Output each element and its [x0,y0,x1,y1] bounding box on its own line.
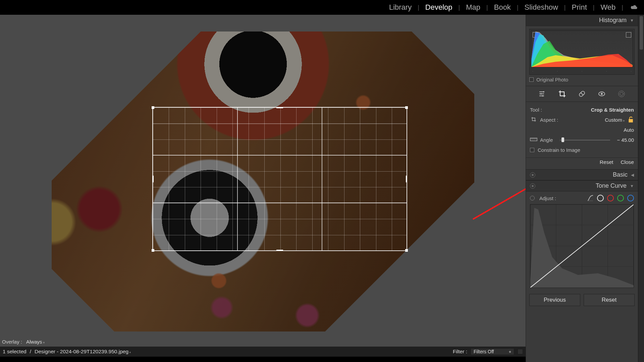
module-print[interactable]: Print [570,3,589,12]
svg-line-0 [473,174,526,219]
histogram[interactable]: ····· [529,29,635,75]
crop-handle-t[interactable] [276,107,283,108]
svg-point-7 [601,93,603,95]
module-library[interactable]: Library [387,3,414,12]
svg-point-1 [543,91,544,93]
basic-visibility-icon[interactable] [530,172,535,178]
histogram-header[interactable]: Histogram ▼ [526,15,638,26]
red-channel-icon[interactable] [607,195,614,201]
module-slideshow[interactable]: Slideshow [523,3,560,12]
crop-handle-r[interactable] [406,176,407,182]
crop-handle-l[interactable] [152,176,154,182]
svg-point-9 [620,92,623,96]
crop-handle-tl[interactable] [152,106,154,109]
tonecurve-visibility-icon[interactable] [530,183,535,189]
filename[interactable]: Designer - 2024-08-29T120239.950.jpeg [35,349,131,355]
chevron-down-icon: ▼ [630,184,634,188]
point-curve-icon[interactable] [597,195,604,201]
overlay-bar: Overlay : Always [0,337,45,347]
histogram-title: Histogram [599,17,627,24]
healing-tool[interactable] [577,89,587,99]
tone-curve-panel: Adjust : [526,191,638,291]
crop-frame-icon[interactable] [530,117,537,123]
tool-close-button[interactable]: Close [621,159,634,166]
crop-tool[interactable] [557,89,567,99]
toolstrip [526,86,638,102]
original-photo-checkbox[interactable] [529,77,534,82]
overlay-mode-dropdown[interactable]: Always [26,339,45,345]
previous-button[interactable]: Previous [529,294,580,306]
module-book[interactable]: Book [492,3,513,12]
auto-straighten-button[interactable]: Auto [624,127,634,133]
crop-panel: Tool : Crop & Straighten Aspect : Custom… [526,102,638,158]
tool-reset-button[interactable]: Reset [600,159,613,166]
aspect-lock-icon[interactable] [628,116,634,123]
module-develop[interactable]: Develop [423,3,454,12]
basic-panel-header[interactable]: Basic ◀ [526,169,638,180]
photo-rotated[interactable] [52,32,474,331]
crop-handle-br[interactable] [405,249,408,252]
crop-overlay[interactable] [152,107,407,251]
svg-point-2 [540,93,542,95]
aspect-dropdown[interactable]: Custom [605,117,625,123]
filmstrip-collapsed[interactable] [0,357,526,362]
redeye-tool[interactable] [597,89,607,99]
svg-point-8 [619,91,625,97]
chevron-left-icon: ◀ [631,173,634,177]
crop-handle-bl[interactable] [152,249,154,252]
tone-curve-graph[interactable] [530,204,634,288]
tool-name: Crop & Straighten [591,107,634,113]
original-photo-label: Original Photo [536,77,568,82]
masking-tool[interactable] [616,89,627,99]
adjust-label: Adjust : [539,195,556,201]
blue-channel-icon[interactable] [627,195,634,201]
annotation-arrow [470,169,526,223]
filter-dropdown[interactable]: Filters Off◆ [471,348,514,355]
right-panel: Histogram ▼ ····· Original Photo [526,15,638,362]
tool-label: Tool : [530,107,542,113]
constrain-checkbox[interactable] [530,148,534,152]
constrain-label: Constrain to Image [538,147,580,153]
svg-line-5 [581,93,583,95]
canvas[interactable]: Overlay : Always 1 selected / Designer -… [0,15,526,362]
green-channel-icon[interactable] [617,195,624,201]
reset-all-button[interactable]: Reset [584,294,635,306]
file-bar: 1 selected / Designer - 2024-08-29T12023… [0,347,526,357]
chevron-down-icon: ▼ [630,18,634,23]
angle-value[interactable]: − 45.00 [617,137,634,143]
selection-count: 1 selected [3,349,26,355]
filter-toggle[interactable] [518,349,523,354]
angle-slider[interactable] [560,139,610,141]
tone-curve-header[interactable]: Tone Curve ▼ [526,180,638,191]
crop-handle-tr[interactable] [405,106,408,109]
parametric-curve-icon[interactable] [587,195,594,201]
svg-point-3 [542,95,543,97]
cloud-sync-icon[interactable] [627,3,638,12]
histogram-plot [531,31,633,67]
crop-handle-b[interactable] [276,250,283,251]
angle-label: Angle [540,137,553,143]
right-panel-scrollbar[interactable] [638,15,644,362]
module-picker: Library| Develop| Map| Book| Slideshow| … [0,0,644,15]
edit-sliders-tool[interactable] [537,89,547,99]
histogram-zone-ticks: ····· [530,69,634,74]
overlay-label: Overlay : [2,339,22,345]
module-web[interactable]: Web [598,3,618,12]
aspect-label: Aspect : [540,117,558,123]
target-adjust-icon[interactable] [530,196,535,200]
filter-label: Filter : [453,349,467,355]
module-map[interactable]: Map [464,3,482,12]
straighten-ruler-icon[interactable] [530,137,537,143]
